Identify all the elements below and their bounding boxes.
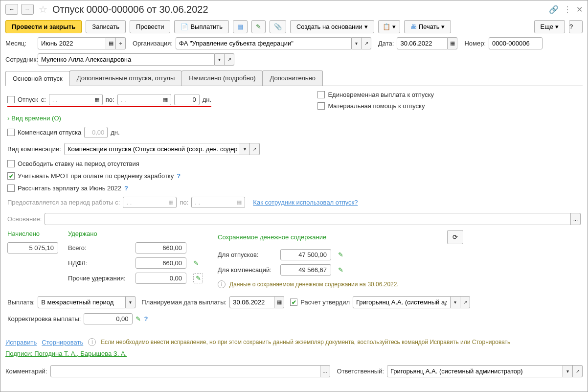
total-label: Всего: xyxy=(68,244,132,252)
days-input[interactable]: 0 xyxy=(174,94,200,105)
dropdown-button[interactable]: ▾ xyxy=(451,296,460,308)
usage-link[interactable]: Как сотрудник использовал отпуск? xyxy=(253,199,358,206)
ndfl-label: НДФЛ: xyxy=(68,259,132,267)
release-rate-label: Освободить ставку на период отсутствия xyxy=(18,160,139,167)
for-comp-value[interactable]: 49 566,67 xyxy=(280,264,331,276)
refresh-button[interactable]: ⟳ xyxy=(447,230,463,244)
approved-checkbox[interactable] xyxy=(290,299,297,306)
attach-button[interactable]: 📎 xyxy=(270,20,286,33)
reverse-link[interactable]: Сторнировать xyxy=(42,339,83,346)
plan-date-input[interactable] xyxy=(229,296,274,308)
compensation-checkbox[interactable] xyxy=(7,129,15,136)
basis-input[interactable] xyxy=(45,213,571,225)
pencil-icon[interactable]: ✎ xyxy=(193,259,203,267)
other-value[interactable]: 0,00 xyxy=(136,273,186,284)
number-input[interactable] xyxy=(489,37,543,49)
lump-sum-checkbox[interactable] xyxy=(317,91,325,98)
nav-back-button[interactable]: ← xyxy=(5,4,18,15)
pencil-icon[interactable]: ✎ xyxy=(136,315,141,323)
dropdown-button[interactable]: ▾ xyxy=(352,37,362,49)
menu-dots-icon[interactable]: ⋮ xyxy=(564,5,571,14)
calendar-button[interactable]: ▦ xyxy=(106,37,116,49)
pay-button[interactable]: 📄Выплатить xyxy=(174,20,229,33)
payment-input[interactable] xyxy=(38,296,126,308)
org-input[interactable] xyxy=(176,37,352,49)
comment-input[interactable] xyxy=(50,365,320,377)
for-vacation-value[interactable]: 47 500,00 xyxy=(280,249,331,260)
mat-help-checkbox[interactable] xyxy=(317,102,325,110)
open-button[interactable]: ↗ xyxy=(573,365,583,377)
help-icon[interactable]: ? xyxy=(177,172,181,180)
other-label: Прочие удержания: xyxy=(68,275,132,282)
date-input[interactable] xyxy=(397,37,448,49)
ndfl-value[interactable]: 660,00 xyxy=(136,257,186,269)
time-type-expand[interactable]: ›Вид времени (О) xyxy=(7,115,61,122)
pencil-icon[interactable]: ✎ xyxy=(193,273,203,283)
vacation-checkbox[interactable] xyxy=(7,96,15,103)
open-button[interactable]: ↗ xyxy=(460,296,470,308)
sheet-button[interactable]: 📋 ▾ xyxy=(378,20,400,33)
favorite-star-icon[interactable]: ☆ xyxy=(39,3,47,15)
help-icon[interactable]: ? xyxy=(144,315,148,323)
correction-value[interactable]: 0,00 xyxy=(84,313,133,324)
help-icon[interactable]: ? xyxy=(124,184,128,192)
chevron-right-icon: › xyxy=(7,115,9,122)
fix-link[interactable]: Исправить xyxy=(5,339,37,346)
month-input[interactable] xyxy=(38,37,106,49)
more-button[interactable]: Еще ▾ xyxy=(534,20,565,33)
calc-salary-label: Рассчитать зарплату за Июнь 2022 xyxy=(18,184,121,192)
post-and-close-button[interactable]: Провести и закрыть xyxy=(5,20,82,33)
accrued-value[interactable]: 5 075,10 xyxy=(7,242,58,254)
date-from-input[interactable]: . .▦ xyxy=(49,94,103,105)
pencil-icon[interactable]: ✎ xyxy=(338,251,348,258)
approver-input[interactable] xyxy=(353,296,451,308)
create-based-button[interactable]: Создать на основании ▾ xyxy=(290,20,374,33)
help-button[interactable]: ? xyxy=(569,20,583,33)
period-to-input[interactable]: . .▦ xyxy=(191,197,245,208)
release-rate-checkbox[interactable] xyxy=(7,160,15,167)
open-button[interactable]: ↗ xyxy=(225,53,234,66)
dropdown-button[interactable]: ▾ xyxy=(240,143,250,155)
print-button[interactable]: 🖶 Печать ▾ xyxy=(404,20,452,33)
open-button[interactable]: ↗ xyxy=(250,143,260,155)
employee-input[interactable] xyxy=(38,53,215,66)
withheld-header: Удержано xyxy=(68,230,203,237)
link-icon[interactable]: 🔗 xyxy=(549,5,559,14)
select-button[interactable]: … xyxy=(571,213,581,225)
chevron-down-icon: ▾ xyxy=(555,23,559,30)
stepper-button[interactable]: ÷ xyxy=(116,37,126,49)
post-button[interactable]: Провести xyxy=(130,20,171,33)
nav-forward-button[interactable]: → xyxy=(21,4,34,15)
tab-additional-vacations[interactable]: Дополнительные отпуска, отгулы xyxy=(69,70,182,86)
calendar-icon: ▦ xyxy=(163,96,168,103)
calendar-button[interactable]: ▦ xyxy=(274,296,284,308)
calendar-button[interactable]: ▦ xyxy=(448,37,457,49)
date-to-input[interactable]: . .▦ xyxy=(117,94,171,105)
month-label: Месяц: xyxy=(5,40,35,47)
mrot-checkbox[interactable] xyxy=(7,172,15,180)
edit-button[interactable]: ✎ xyxy=(251,20,266,33)
period-from-input[interactable]: . .▦ xyxy=(123,197,177,208)
signatures-link[interactable]: Подписи: Погодина Т. А., Барышева З. А. xyxy=(5,350,127,357)
dropdown-button[interactable]: ▾ xyxy=(215,53,225,66)
sheet-icon: 📋 xyxy=(383,23,390,30)
responsible-input[interactable] xyxy=(387,365,563,377)
open-button[interactable]: ↗ xyxy=(362,37,371,49)
close-icon[interactable]: ✕ xyxy=(576,5,583,14)
tab-extra[interactable]: Дополнительно xyxy=(262,70,323,86)
select-button[interactable]: … xyxy=(320,365,330,377)
dropdown-button[interactable]: ▾ xyxy=(126,296,136,308)
save-button[interactable]: Записать xyxy=(86,20,126,33)
tab-accrued-details[interactable]: Начислено (подробно) xyxy=(181,70,263,86)
tab-main-vacation[interactable]: Основной отпуск xyxy=(5,71,70,86)
dropdown-button[interactable]: ▾ xyxy=(563,365,573,377)
comp-type-input[interactable] xyxy=(64,143,240,155)
compensation-days-input[interactable]: 0,00 xyxy=(84,127,108,138)
responsible-label: Ответственный: xyxy=(337,368,384,375)
document-button[interactable]: ▤ xyxy=(233,20,248,33)
calc-salary-checkbox[interactable] xyxy=(7,184,15,192)
total-value[interactable]: 660,00 xyxy=(136,242,186,254)
pencil-icon[interactable]: ✎ xyxy=(338,266,348,274)
for-vacation-label: Для отпусков: xyxy=(218,251,276,258)
comp-type-label: Вид компенсации: xyxy=(7,145,61,153)
